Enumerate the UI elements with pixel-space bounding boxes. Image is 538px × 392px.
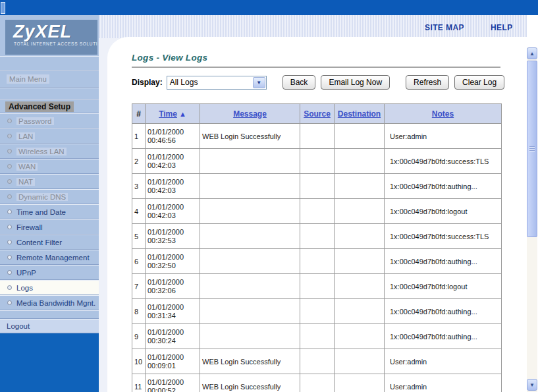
logout-label: Logout <box>7 322 30 330</box>
sidebar-item-wireless-lan[interactable]: Wireless LAN <box>0 144 99 159</box>
sidebar-item-remote-management[interactable]: Remote Management <box>0 250 99 265</box>
log-controls: Display: All Logs ▼ Back Email Log Now R… <box>132 74 527 90</box>
title-divider <box>132 67 500 68</box>
sidebar-item-label: Media Bandwidth Mgnt. <box>16 299 95 307</box>
sidebar-item-firewall[interactable]: Firewall <box>0 219 99 235</box>
sidebar-item-lan[interactable]: LAN <box>0 128 99 144</box>
display-select[interactable]: All Logs ▼ <box>167 76 267 90</box>
table-row: 7 01/01/200000:32:06 1x:00c049d7b0fd:log… <box>132 274 502 299</box>
main-area: SITE MAP HELP Logs - View Logs Display: … <box>99 15 527 392</box>
radio-bullet-icon <box>7 194 12 199</box>
display-label: Display: <box>132 78 163 87</box>
radio-bullet-icon <box>7 164 12 169</box>
radio-bullet-icon <box>7 255 12 260</box>
radio-bullet-icon <box>7 210 12 214</box>
table-row: 10 01/01/200000:09:01 WEB Login Successf… <box>132 349 502 374</box>
sort-ascending-icon: ▲ <box>179 110 186 118</box>
sidebar-item-label: UPnP <box>16 269 36 277</box>
radio-bullet-icon <box>7 119 12 123</box>
sidebar-item-label: Remote Management <box>16 254 90 262</box>
title-bar-chip <box>1 2 5 14</box>
sidebar-item-label: Firewall <box>16 223 43 231</box>
sidebar-item-time-and-date[interactable]: Time and Date <box>0 204 99 219</box>
sidebar-item-label: Time and Date <box>16 208 66 216</box>
scroll-up-icon[interactable]: ▲ <box>527 47 537 59</box>
refresh-button[interactable]: Refresh <box>406 75 449 90</box>
main-menu-label: Main Menu <box>7 74 49 84</box>
site-map-link[interactable]: SITE MAP <box>425 23 464 32</box>
sidebar-spacer <box>0 310 99 319</box>
sidebar-item-dynamic-dns[interactable]: Dynamic DNS <box>0 189 99 204</box>
chevron-down-icon[interactable]: ▼ <box>253 77 265 88</box>
clear-log-button[interactable]: Clear Log <box>454 75 504 90</box>
sidebar-item-wan[interactable]: WAN <box>0 159 99 174</box>
table-row: 11 01/01/200000:00:52 WEB Login Successf… <box>132 374 502 392</box>
sidebar-item-content-filter[interactable]: Content Filter <box>0 235 99 250</box>
sidebar-item-nat[interactable]: NAT <box>0 174 99 189</box>
help-link[interactable]: HELP <box>491 23 513 32</box>
sidebar-item-password[interactable]: Password <box>0 113 99 128</box>
col-header-notes[interactable]: Notes <box>385 104 502 124</box>
sidebar-item-label: NAT <box>16 178 35 186</box>
advanced-setup-label: Advanced Setup <box>5 101 74 112</box>
radio-bullet-icon <box>7 179 12 184</box>
table-header-row: # Time▲ Message Source Destination Notes <box>132 104 502 124</box>
col-header-destination[interactable]: Destination <box>335 104 385 124</box>
col-header-num: # <box>132 104 146 124</box>
col-header-time[interactable]: Time▲ <box>146 104 200 124</box>
header-stripe-band: SITE MAP HELP <box>99 15 527 38</box>
sidebar: ZyXEL TOTAL INTERNET ACCESS SOLUTION Mai… <box>0 15 99 392</box>
display-select-value: All Logs <box>167 78 198 87</box>
table-row: 6 01/01/200000:32:50 1x:00c049d7b0fd:aut… <box>132 249 502 274</box>
sidebar-item-main-menu[interactable]: Main Menu <box>0 70 99 88</box>
sidebar-spacer <box>0 56 99 70</box>
back-button[interactable]: Back <box>282 75 316 90</box>
radio-bullet-icon <box>7 225 12 229</box>
page-title: Logs - View Logs <box>132 53 527 63</box>
scroll-down-icon[interactable]: ▼ <box>527 379 537 391</box>
col-header-source[interactable]: Source <box>300 104 335 124</box>
radio-bullet-icon <box>7 134 12 138</box>
col-header-message[interactable]: Message <box>200 104 300 124</box>
sidebar-item-label: Logs <box>16 284 33 292</box>
sidebar-item-label: Dynamic DNS <box>16 193 68 201</box>
sidebar-item-label: Content Filter <box>16 238 62 246</box>
sidebar-item-upnp[interactable]: UPnP <box>0 265 99 280</box>
table-row: 5 01/01/200000:32:53 1x:00c049d7b0fd:suc… <box>132 224 502 249</box>
sidebar-item-media-bandwidth-mgnt[interactable]: Media Bandwidth Mgnt. <box>0 295 99 310</box>
top-title-bar <box>0 0 538 15</box>
sidebar-item-label: LAN <box>16 132 35 140</box>
sidebar-item-logout[interactable]: Logout <box>0 319 99 333</box>
table-row: 3 01/01/200000:42:03 1x:00c049d7b0fd:aut… <box>132 174 502 199</box>
logo-brand-text: ZyXEL <box>5 20 97 42</box>
sidebar-item-label: Password <box>16 117 54 125</box>
sidebar-menu: Main Menu Advanced Setup Password LAN Wi… <box>0 56 99 333</box>
table-row: 8 01/01/200000:31:34 1x:00c049d7b0fd:aut… <box>132 299 502 324</box>
email-log-now-button[interactable]: Email Log Now <box>321 75 390 90</box>
radio-bullet-icon <box>7 270 12 275</box>
logo-tagline: TOTAL INTERNET ACCESS SOLUTION <box>5 42 97 46</box>
sidebar-section-advanced-setup: Advanced Setup <box>0 99 99 113</box>
button-group: Back Email Log Now Refresh Clear Log <box>282 75 504 90</box>
radio-bullet-icon <box>7 240 12 244</box>
vertical-scrollbar[interactable]: ▲ ▼ <box>527 47 538 392</box>
sidebar-footer-block <box>0 333 99 392</box>
zyxel-logo: ZyXEL TOTAL INTERNET ACCESS SOLUTION <box>5 20 97 55</box>
radio-bullet-icon <box>7 285 12 290</box>
log-table-body: 1 01/01/200000:46:56 WEB Login Successfu… <box>132 124 502 392</box>
table-row: 1 01/01/200000:46:56 WEB Login Successfu… <box>132 124 502 149</box>
sidebar-items-container: Password LAN Wireless LAN WAN NAT Dynami… <box>0 113 99 310</box>
sidebar-item-label: Wireless LAN <box>16 148 67 155</box>
scrollbar-grip <box>529 146 535 152</box>
sidebar-item-label: WAN <box>16 163 38 171</box>
table-row: 9 01/01/200000:30:24 1x:00c049d7b0fd:aut… <box>132 324 502 349</box>
content-panel: Logs - View Logs Display: All Logs ▼ Bac… <box>107 37 527 392</box>
sidebar-item-logs[interactable]: Logs <box>0 280 99 295</box>
sidebar-spacer <box>0 88 99 99</box>
radio-bullet-icon <box>7 300 12 305</box>
table-row: 4 01/01/200000:42:03 1x:00c049d7b0fd:log… <box>132 199 502 224</box>
log-table: # Time▲ Message Source Destination Notes… <box>132 103 502 392</box>
table-row: 2 01/01/200000:42:03 1x:00c049d7b0fd:suc… <box>132 149 502 174</box>
scrollbar-thumb[interactable] <box>527 61 537 237</box>
radio-bullet-icon <box>7 149 12 154</box>
